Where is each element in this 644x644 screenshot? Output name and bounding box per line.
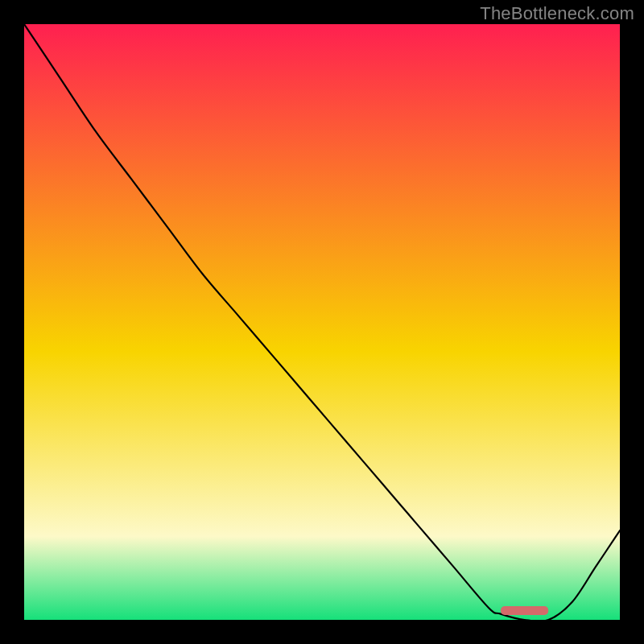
attribution-text: TheBottleneck.com — [480, 3, 634, 24]
optimal-range-marker — [501, 606, 548, 615]
chart-background — [24, 24, 620, 620]
bottleneck-chart — [24, 24, 620, 620]
chart-stage: TheBottleneck.com — [0, 0, 644, 644]
